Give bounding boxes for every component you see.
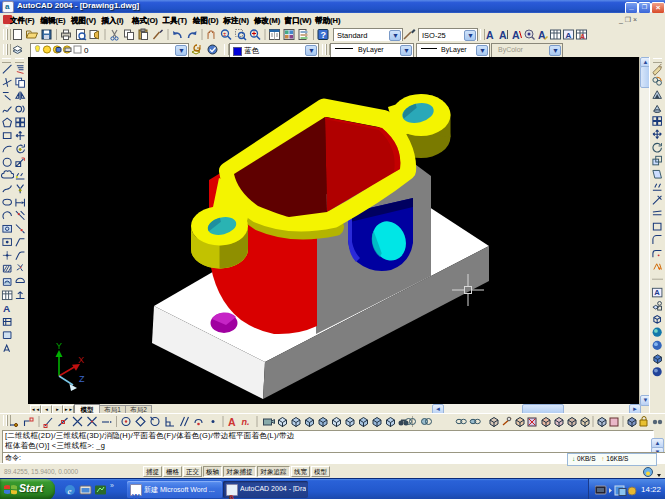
svg-text:A: A <box>228 416 236 428</box>
svg-text:X: X <box>78 355 84 365</box>
svg-text:»: » <box>110 482 114 489</box>
svg-text:Y: Y <box>56 341 62 351</box>
svg-text:n.: n. <box>242 417 250 427</box>
svg-text:Z: Z <box>79 374 85 384</box>
svg-text:e: e <box>68 486 72 496</box>
svg-text:A: A <box>654 288 660 297</box>
